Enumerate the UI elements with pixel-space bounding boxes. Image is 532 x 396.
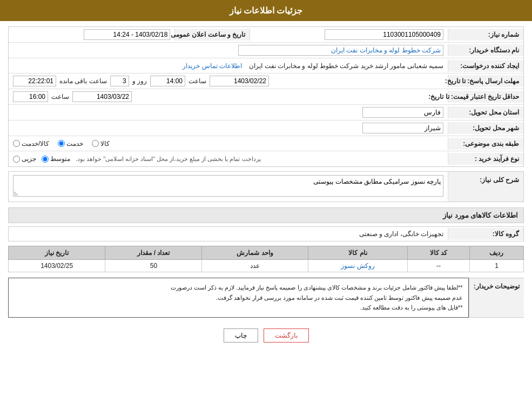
- description-section: شرح کلی نیاز:: [8, 171, 524, 202]
- reply-days-input[interactable]: [110, 76, 129, 86]
- description-textarea[interactable]: [13, 175, 443, 197]
- city-input[interactable]: [362, 123, 443, 133]
- category-kala-text: کالا: [100, 140, 110, 147]
- col-code: کد کالا: [408, 246, 470, 260]
- row-category: طبقه بندی موضوعی: کالا خدمت کالا/خدمت: [9, 136, 523, 151]
- reply-deadline-value: ساعت روز و ساعت باقی مانده: [9, 73, 448, 89]
- category-khedmat-label[interactable]: خدمت: [58, 140, 83, 147]
- cell-code: --: [408, 260, 470, 272]
- main-content: شماره نیاز: تاریخ و ساعت اعلان عمومی: نا…: [0, 21, 532, 356]
- price-validity-value: ساعت: [9, 89, 448, 104]
- price-validity-label: حداقل تاریخ اعتبار قیمت: تا تاریخ:: [448, 91, 523, 103]
- back-button[interactable]: بازگشت: [264, 328, 309, 343]
- category-label: طبقه بندی موضوعی:: [448, 138, 523, 150]
- requester-text: سمیه شعبانی مامور ارشد خرید شرکت خطوط لو…: [249, 62, 443, 70]
- page-title: جزئیات اطلاعات نیاز: [230, 6, 303, 15]
- province-input[interactable]: [362, 107, 443, 118]
- price-validity-time-label: ساعت: [51, 93, 69, 100]
- announce-datetime-input[interactable]: [84, 29, 170, 40]
- buyer-notes-label: توضیحات خریدار:: [469, 278, 524, 318]
- requester-label: ایجاد کننده درخواست:: [448, 60, 523, 72]
- row-requester: ایجاد کننده درخواست: سمیه شعبانی مامور ا…: [9, 58, 523, 73]
- category-khedmat-radio[interactable]: [58, 140, 65, 147]
- product-group-label: گروه کالا:: [448, 228, 523, 240]
- announce-datetime-value: [9, 27, 174, 42]
- col-date: تاریخ نیاز: [9, 246, 105, 260]
- goods-section-title: اطلاعات کالاهای مورد نیاز: [8, 207, 524, 223]
- process-motavaset-radio[interactable]: [42, 156, 49, 163]
- category-kala-khedmat-radio[interactable]: [13, 140, 20, 147]
- buyer-notes-line3: **فایل های پیوستی را به دقت مطالعه کنید.: [14, 303, 463, 313]
- table-row: 1 -- روکش نسوز عدد 50 1403/02/25: [9, 260, 524, 272]
- reply-remaining-input[interactable]: [13, 76, 56, 86]
- process-jozi-text: جزیی: [22, 155, 36, 163]
- category-khedmat-text: خدمت: [66, 140, 83, 147]
- description-label: شرح کلی نیاز:: [448, 172, 523, 202]
- requester-contact-link[interactable]: اطلاعات تماس خریدار: [183, 62, 242, 70]
- category-kala-khedmat-label[interactable]: کالا/خدمت: [13, 140, 49, 147]
- category-kala-radio[interactable]: [92, 140, 99, 147]
- goods-table: ردیف کد کالا نام کالا واحد شمارش تعداد /…: [8, 246, 524, 272]
- col-qty: تعداد / مقدار: [105, 246, 202, 260]
- reply-day-label: روز و: [132, 77, 147, 85]
- reply-time-label: ساعت: [188, 77, 206, 85]
- info-grid: شماره نیاز: تاریخ و ساعت اعلان عمومی: نا…: [8, 26, 524, 167]
- buyer-org-value: [9, 43, 448, 58]
- need-number-input[interactable]: [325, 29, 443, 40]
- city-label: شهر محل تحویل:: [448, 122, 523, 134]
- process-motavaset-label[interactable]: متوسط: [42, 155, 70, 163]
- row-province: استان محل تحویل:: [9, 105, 523, 120]
- action-buttons: بازگشت چاپ: [8, 323, 524, 351]
- row-reply-deadline: مهلت ارسال پاسخ: تا تاریخ: ساعت روز و سا…: [9, 73, 523, 89]
- col-unit: واحد شمارش: [202, 246, 308, 260]
- process-note: پرداخت تمام یا بخشی از مبلغ خرید،از محل …: [76, 156, 261, 163]
- row-process-type: نوع فرآیند خرید : پرداخت تمام یا بخشی از…: [9, 151, 523, 166]
- category-radios: کالا خدمت کالا/خدمت: [9, 138, 448, 150]
- page-wrapper: جزئیات اطلاعات نیاز شماره نیاز: تاریخ و …: [0, 0, 532, 396]
- product-group-row: گروه کالا: تجهیزات خانگی، اداری و صنعتی: [8, 226, 524, 241]
- process-jozi-label[interactable]: جزیی: [13, 155, 36, 163]
- process-jozi-radio[interactable]: [13, 156, 20, 163]
- row-buyer-org: نام دستگاه خریدار:: [9, 43, 523, 58]
- buyer-org-input[interactable]: [238, 45, 443, 56]
- process-type-label: نوع فرآیند خرید :: [448, 153, 523, 165]
- description-value: [9, 172, 448, 202]
- price-validity-time-input[interactable]: [13, 91, 48, 102]
- price-validity-date-input[interactable]: [72, 91, 132, 102]
- need-number-value: [250, 27, 448, 42]
- row-price-validity: حداقل تاریخ اعتبار قیمت: تا تاریخ: ساعت: [9, 89, 523, 105]
- category-kala-khedmat-text: کالا/خدمت: [22, 140, 49, 147]
- goods-table-body: 1 -- روکش نسوز عدد 50 1403/02/25: [9, 260, 524, 272]
- buyer-notes-row: توضیحات خریدار: **لطفا پیش فاکتور شامل ج…: [8, 278, 524, 318]
- province-value: [9, 105, 448, 120]
- cell-row: 1: [469, 260, 523, 272]
- buyer-notes-content: **لطفا پیش فاکتور شامل جزئیات برند و مشخ…: [8, 278, 469, 318]
- reply-deadline-label: مهلت ارسال پاسخ: تا تاریخ:: [448, 75, 523, 87]
- reply-time-input[interactable]: [150, 76, 185, 86]
- city-value: [9, 120, 448, 136]
- table-header-row: ردیف کد کالا نام کالا واحد شمارش تعداد /…: [9, 246, 524, 260]
- page-header: جزئیات اطلاعات نیاز: [0, 0, 532, 21]
- reply-date-input[interactable]: [210, 76, 269, 86]
- print-button[interactable]: چاپ: [224, 328, 258, 343]
- cell-name[interactable]: روکش نسوز: [308, 260, 408, 272]
- buyer-notes-line2: عدم ضمیمه پیش فاکتور توسط تامین کننده قی…: [14, 293, 463, 303]
- process-type-value: پرداخت تمام یا بخشی از مبلغ خرید،از محل …: [9, 153, 448, 165]
- province-label: استان محل تحویل:: [448, 106, 523, 118]
- buyer-notes-line1: **لطفا پیش فاکتور شامل جزئیات برند و مشخ…: [14, 283, 463, 293]
- reply-remaining-label: ساعت باقی مانده: [59, 77, 107, 85]
- cell-qty: 50: [105, 260, 202, 272]
- cell-date: 1403/02/25: [9, 260, 105, 272]
- need-number-label: شماره نیاز:: [448, 29, 523, 41]
- category-kala-label[interactable]: کالا: [92, 140, 110, 147]
- process-motavaset-text: متوسط: [50, 155, 70, 163]
- cell-unit: عدد: [202, 260, 308, 272]
- buyer-org-label: نام دستگاه خریدار:: [448, 44, 523, 56]
- requester-value: سمیه شعبانی مامور ارشد خرید شرکت خطوط لو…: [9, 60, 448, 72]
- row-city: شهر محل تحویل:: [9, 120, 523, 136]
- row-need-number: شماره نیاز: تاریخ و ساعت اعلان عمومی:: [9, 27, 523, 43]
- col-row: ردیف: [469, 246, 523, 260]
- product-group-value: تجهیزات خانگی، اداری و صنعتی: [9, 228, 448, 240]
- announce-datetime-label: تاریخ و ساعت اعلان عمومی:: [174, 29, 250, 41]
- col-name: نام کالا: [308, 246, 408, 260]
